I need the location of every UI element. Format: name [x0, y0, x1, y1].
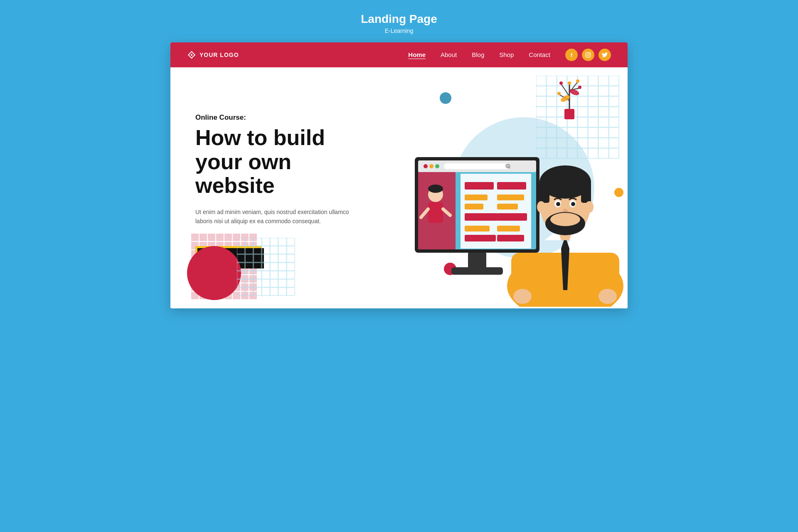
page-title: Landing Page — [361, 12, 437, 26]
nav-link-shop[interactable]: Shop — [499, 51, 514, 58]
svg-rect-12 — [564, 109, 574, 119]
hero-subtitle: Online Course: — [195, 113, 369, 122]
nav-item-home[interactable]: Home — [408, 51, 426, 59]
nav-socials: f — [565, 49, 611, 61]
svg-rect-65 — [581, 182, 591, 203]
hero-section: Online Course: How to build your own web… — [170, 67, 628, 308]
svg-line-14 — [561, 84, 569, 96]
svg-rect-42 — [465, 182, 494, 190]
nav-link-home[interactable]: Home — [408, 51, 426, 58]
svg-point-71 — [571, 202, 575, 206]
svg-point-67 — [585, 201, 594, 213]
person-illustration — [503, 132, 628, 308]
svg-point-32 — [424, 164, 428, 168]
page-outer-header: Landing Page E-Learning — [361, 12, 437, 34]
hero-right — [390, 67, 628, 308]
hero-left: Online Course: How to build your own web… — [170, 67, 390, 308]
svg-rect-52 — [465, 235, 496, 241]
svg-point-21 — [578, 86, 581, 89]
facebook-icon[interactable]: f — [565, 49, 578, 61]
svg-rect-45 — [465, 204, 483, 209]
svg-rect-44 — [465, 195, 488, 200]
svg-rect-76 — [511, 253, 534, 294]
svg-rect-50 — [465, 226, 490, 232]
svg-rect-28 — [444, 163, 510, 169]
svg-rect-2 — [191, 54, 192, 56]
svg-point-79 — [598, 289, 617, 304]
svg-point-20 — [557, 92, 561, 95]
svg-point-78 — [513, 289, 532, 304]
svg-point-70 — [556, 202, 560, 206]
hero-title: How to build your own website — [195, 126, 369, 197]
page-subtitle: E-Learning — [361, 27, 437, 34]
navbar: YOUR LOGO Home About Blog Shop Contact f — [170, 42, 628, 67]
nav-link-blog[interactable]: Blog — [472, 51, 484, 58]
svg-point-19 — [576, 79, 579, 83]
svg-point-22 — [568, 81, 571, 85]
svg-point-37 — [428, 185, 443, 193]
svg-point-18 — [559, 81, 563, 85]
svg-rect-54 — [468, 253, 486, 269]
instagram-icon[interactable] — [582, 49, 594, 61]
deco-dot-blue — [440, 92, 451, 104]
logo-text: YOUR LOGO — [200, 52, 239, 58]
logo-icon — [187, 50, 196, 59]
svg-point-75 — [557, 214, 574, 223]
svg-rect-55 — [451, 267, 503, 275]
svg-rect-46 — [465, 213, 498, 221]
nav-item-shop[interactable]: Shop — [499, 51, 514, 59]
nav-item-about[interactable]: About — [441, 51, 457, 59]
nav-links: Home About Blog Shop Contact — [408, 51, 550, 59]
svg-point-33 — [429, 164, 433, 168]
nav-item-blog[interactable]: Blog — [472, 51, 484, 59]
svg-rect-64 — [539, 182, 549, 203]
nav-link-about[interactable]: About — [441, 51, 457, 58]
svg-point-4 — [587, 54, 589, 56]
svg-point-66 — [537, 201, 545, 213]
svg-rect-38 — [428, 202, 443, 223]
svg-point-34 — [435, 164, 439, 168]
twitter-icon[interactable] — [598, 49, 611, 61]
deco-circle-red — [187, 246, 241, 300]
hero-description: Ut enim ad minim veniam, quis nostrud ex… — [195, 207, 362, 226]
nav-link-contact[interactable]: Contact — [529, 51, 550, 58]
svg-rect-3 — [586, 52, 591, 57]
deco-grid-white — [237, 238, 295, 296]
svg-point-5 — [589, 53, 590, 54]
svg-rect-77 — [596, 253, 619, 294]
svg-rect-9 — [237, 238, 295, 296]
nav-item-contact[interactable]: Contact — [529, 51, 550, 59]
logo: YOUR LOGO — [187, 50, 408, 59]
plant-decoration — [553, 71, 586, 123]
landing-card: YOUR LOGO Home About Blog Shop Contact f — [170, 42, 628, 308]
